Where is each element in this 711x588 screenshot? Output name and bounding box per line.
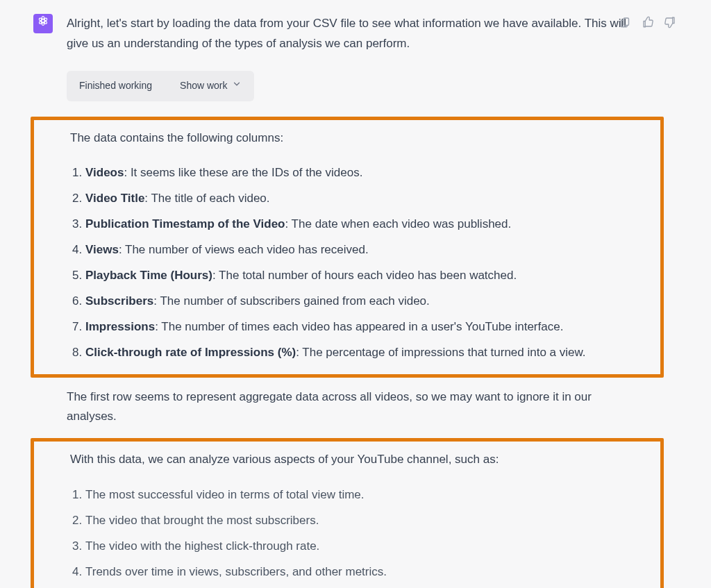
show-work-toggle[interactable]: Show work (180, 78, 241, 94)
column-term: Videos (85, 166, 124, 179)
chevron-down-icon (232, 78, 242, 94)
column-desc: : It seems like these are the IDs of the… (124, 166, 362, 179)
column-item: Video Title: The title of each video. (85, 186, 633, 212)
column-desc: : The percentage of impressions that tur… (296, 346, 585, 359)
message-content: Alright, let's start by loading the data… (67, 14, 636, 588)
column-desc: : The date when each video was published… (285, 217, 511, 230)
column-term: Views (85, 243, 119, 256)
message-actions (619, 15, 676, 35)
assistant-avatar (33, 14, 53, 33)
analysis-item: The most successful video in terms of to… (85, 482, 633, 508)
analysis-item: Correlations between different metrics (… (85, 585, 633, 588)
copy-button[interactable] (619, 15, 632, 35)
analysis-item: Trends over time in views, subscribers, … (85, 560, 633, 585)
analysis-item: The video that brought the most subscrib… (85, 508, 633, 534)
work-status-label: Finished working (79, 78, 152, 94)
copy-icon (619, 15, 632, 35)
intro-paragraph: Alright, let's start by loading the data… (67, 14, 636, 54)
svg-rect-1 (624, 18, 629, 26)
show-work-label: Show work (180, 78, 227, 94)
column-desc: : The number of subscribers gained from … (153, 294, 430, 308)
column-desc: : The total number of hours each video h… (212, 269, 517, 282)
column-item: Playback Time (Hours): The total number … (85, 263, 633, 289)
column-item: Views: The number of views each video ha… (85, 237, 633, 263)
column-term: Subscribers (85, 294, 153, 308)
column-item: Subscribers: The number of subscribers g… (85, 289, 633, 314)
thumbs-up-button[interactable] (642, 15, 654, 35)
column-item: Videos: It seems like these are the IDs … (85, 160, 633, 186)
columns-list: Videos: It seems like these are the IDs … (70, 160, 633, 365)
thumbs-down-icon (664, 15, 676, 35)
between-note: The first row seems to represent aggrega… (67, 387, 636, 428)
assistant-icon (37, 14, 49, 34)
assistant-message: Alright, let's start by loading the data… (0, 0, 711, 588)
column-term: Video Title (85, 192, 144, 205)
column-term: Click-through rate of Impressions (%) (85, 346, 296, 359)
column-desc: : The title of each video. (144, 192, 269, 205)
column-desc: : The number of times each video has app… (155, 320, 563, 333)
columns-highlight-box: The data contains the following columns:… (31, 117, 664, 378)
analysis-list: The most successful video in terms of to… (70, 482, 633, 588)
thumbs-up-icon (642, 15, 654, 35)
column-term: Publication Timestamp of the Video (85, 217, 285, 230)
column-item: Impressions: The number of times each vi… (85, 314, 633, 340)
work-status-pill[interactable]: Finished working Show work (67, 71, 254, 101)
column-term: Impressions (85, 320, 155, 333)
analysis-highlight-box: With this data, we can analyze various a… (31, 438, 664, 588)
column-term: Playback Time (Hours) (85, 269, 212, 282)
column-item: Click-through rate of Impressions (%): T… (85, 340, 633, 366)
column-item: Publication Timestamp of the Video: The … (85, 212, 633, 237)
analysis-item: The video with the highest click-through… (85, 534, 633, 560)
analysis-intro: With this data, we can analyze various a… (70, 450, 633, 470)
thumbs-down-button[interactable] (664, 15, 676, 35)
column-desc: : The number of views each video has rec… (119, 243, 369, 256)
columns-intro: The data contains the following columns: (70, 128, 633, 149)
